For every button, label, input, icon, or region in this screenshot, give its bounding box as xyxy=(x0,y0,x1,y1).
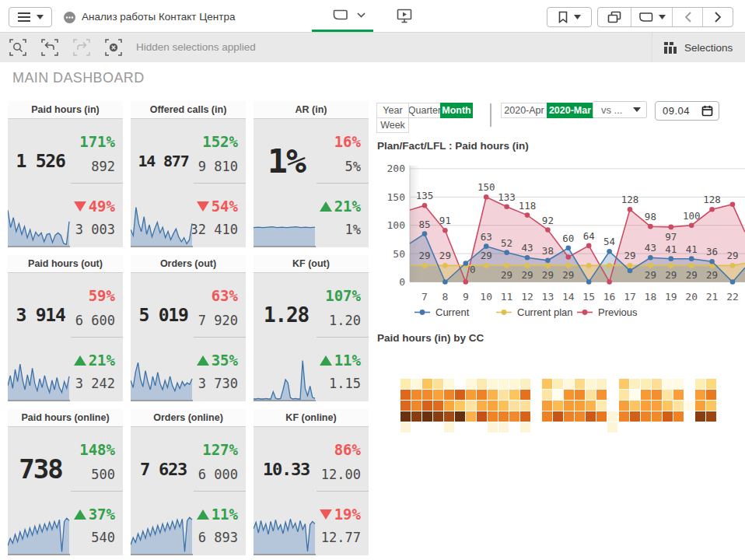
selections-tool-button[interactable]: Selections xyxy=(652,33,745,62)
heatmap-cell[interactable] xyxy=(641,379,651,389)
kpi-card-paid-hours-out-[interactable]: Paid hours (out)3 91459%6 60021%3 242 xyxy=(8,255,123,401)
heatmap-cell[interactable] xyxy=(695,390,705,400)
heatmap-cell[interactable] xyxy=(509,390,519,400)
heatmap-cell[interactable] xyxy=(673,411,684,422)
heatmap-cell[interactable] xyxy=(542,401,552,411)
heatmap-cell[interactable] xyxy=(542,411,552,422)
filter-item-2020-mar[interactable]: 2020-Mar xyxy=(547,103,593,118)
heatmap-cell[interactable] xyxy=(596,390,607,400)
heatmap-cell[interactable] xyxy=(619,379,629,389)
heatmap-cell[interactable] xyxy=(400,379,411,389)
heatmap-cell[interactable] xyxy=(422,401,432,411)
heatmap-cell[interactable] xyxy=(652,411,662,422)
heatmap-cell[interactable] xyxy=(422,379,432,389)
heatmap-cell[interactable] xyxy=(498,401,509,411)
clear-selections-button[interactable] xyxy=(105,39,122,56)
kpi-card-paid-hours-in-[interactable]: Paid hours (in)1 526171%89249%3 003 xyxy=(8,101,123,247)
kpi-card-orders-online-[interactable]: Orders (online)7 623127%6 00011%6 893 xyxy=(131,409,246,555)
kpi-card-offered-calls-in-[interactable]: Offered calls (in)14 877152%9 81054%32 4… xyxy=(131,101,246,247)
heatmap-cell[interactable] xyxy=(444,411,454,422)
heatmap-cell[interactable] xyxy=(498,379,509,389)
heatmap-cell[interactable] xyxy=(466,390,476,400)
heatmap-cell[interactable] xyxy=(400,411,411,422)
heatmap-cell[interactable] xyxy=(411,390,421,400)
heatmap-cell[interactable] xyxy=(706,411,716,422)
legend-item-previous[interactable]: Previous xyxy=(577,306,638,318)
heatmap-cell[interactable] xyxy=(498,390,509,400)
heatmap-cell[interactable] xyxy=(630,390,640,400)
heatmap-cell[interactable] xyxy=(455,390,465,400)
heatmap-cell[interactable] xyxy=(673,401,684,411)
heatmap-cell[interactable] xyxy=(444,401,454,411)
kpi-card-kf-out-[interactable]: KF (out)1.28107%1.2011%1.15 xyxy=(254,255,369,401)
heatmap-cell[interactable] xyxy=(564,411,574,422)
heatmap-cell[interactable] xyxy=(542,379,552,389)
heatmap-cell[interactable] xyxy=(455,401,465,411)
heatmap-cell[interactable] xyxy=(607,422,617,432)
heatmap-cell[interactable] xyxy=(652,390,662,400)
heatmap-cell[interactable] xyxy=(630,401,640,411)
kpi-card-ar-in-[interactable]: AR (in)1%16%5%21%1% xyxy=(254,101,369,247)
heatmap-cell[interactable] xyxy=(488,411,498,422)
heatmap-cell[interactable] xyxy=(433,379,443,389)
kpi-card-paid-hours-online-[interactable]: Paid hours (online)738148%50037%540 xyxy=(8,409,123,555)
heatmap-cell[interactable] xyxy=(663,411,673,422)
heatmap-cell[interactable] xyxy=(520,411,530,422)
heatmap-cell[interactable] xyxy=(520,390,530,400)
filter-item-year[interactable]: Year xyxy=(376,103,409,118)
heatmap-cell[interactable] xyxy=(596,379,607,389)
line-chart[interactable]: 0501001502008563524338605443414136292929… xyxy=(377,159,745,306)
heatmap-cell[interactable] xyxy=(564,390,574,400)
heatmap-cell[interactable] xyxy=(586,401,596,411)
filter-item-2020-apr[interactable]: 2020-Apr xyxy=(501,103,547,118)
heatmap-cell[interactable] xyxy=(641,411,651,422)
heatmap-cell[interactable] xyxy=(673,379,684,389)
heatmap-cell[interactable] xyxy=(652,401,662,411)
bookmark-button[interactable] xyxy=(547,7,592,27)
heatmap-cell[interactable] xyxy=(596,401,607,411)
compare-dropdown[interactable]: vs ... xyxy=(593,101,647,118)
heatmap-cell[interactable] xyxy=(466,411,476,422)
filter-item-month[interactable]: Month xyxy=(440,103,473,118)
heatmap-cell[interactable] xyxy=(706,390,716,400)
heatmap-cell[interactable] xyxy=(607,411,617,422)
heatmap-cell[interactable] xyxy=(630,411,640,422)
heatmap-cell[interactable] xyxy=(422,390,432,400)
previous-sheet-button[interactable] xyxy=(673,8,702,26)
heatmap-cell[interactable] xyxy=(477,379,487,389)
filter-item-week[interactable]: Week xyxy=(376,117,409,133)
heatmap-cell[interactable] xyxy=(663,379,673,389)
duplicate-sheet-button[interactable] xyxy=(598,8,631,26)
kpi-card-orders-out-[interactable]: Orders (out)5 01963%7 92035%3 730 xyxy=(131,255,246,401)
heatmap-cell[interactable] xyxy=(586,411,596,422)
navigation-menu-button[interactable] xyxy=(9,7,52,27)
heatmap-cell[interactable] xyxy=(663,390,673,400)
filter-item-quarter[interactable]: Quarter xyxy=(408,103,441,118)
heatmap-cell[interactable] xyxy=(619,401,629,411)
heatmap-cell[interactable] xyxy=(411,411,421,422)
heatmap-cell[interactable] xyxy=(477,390,487,400)
heatmap-cell[interactable] xyxy=(509,401,519,411)
heatmap-cell[interactable] xyxy=(520,379,530,389)
heatmap-cell[interactable] xyxy=(706,379,716,389)
heatmap-cell[interactable] xyxy=(488,379,498,389)
heatmap-cell[interactable] xyxy=(444,422,454,432)
heatmap-cell[interactable] xyxy=(619,390,629,400)
heatmap-cell[interactable] xyxy=(706,401,716,411)
heatmap-cell[interactable] xyxy=(695,401,705,411)
heatmap-cell[interactable] xyxy=(400,401,411,411)
heatmap-cell[interactable] xyxy=(400,422,411,432)
kpi-card-kf-online-[interactable]: KF (online)10.3386%12.0019%12.77 xyxy=(254,409,369,555)
heatmap-cell[interactable] xyxy=(596,411,607,422)
heatmap-cell[interactable] xyxy=(488,401,498,411)
heatmap-cell[interactable] xyxy=(411,401,421,411)
heatmap-cell[interactable] xyxy=(411,379,421,389)
heatmap-cell[interactable] xyxy=(498,422,509,432)
heatmap-cell[interactable] xyxy=(488,422,498,432)
heatmap-cell[interactable] xyxy=(400,390,411,400)
heatmap-cell[interactable] xyxy=(553,390,563,400)
heatmap-cell[interactable] xyxy=(477,401,487,411)
heatmap-cell[interactable] xyxy=(455,411,465,422)
heatmap-cell[interactable] xyxy=(575,390,585,400)
heatmap-cell[interactable] xyxy=(564,379,574,389)
